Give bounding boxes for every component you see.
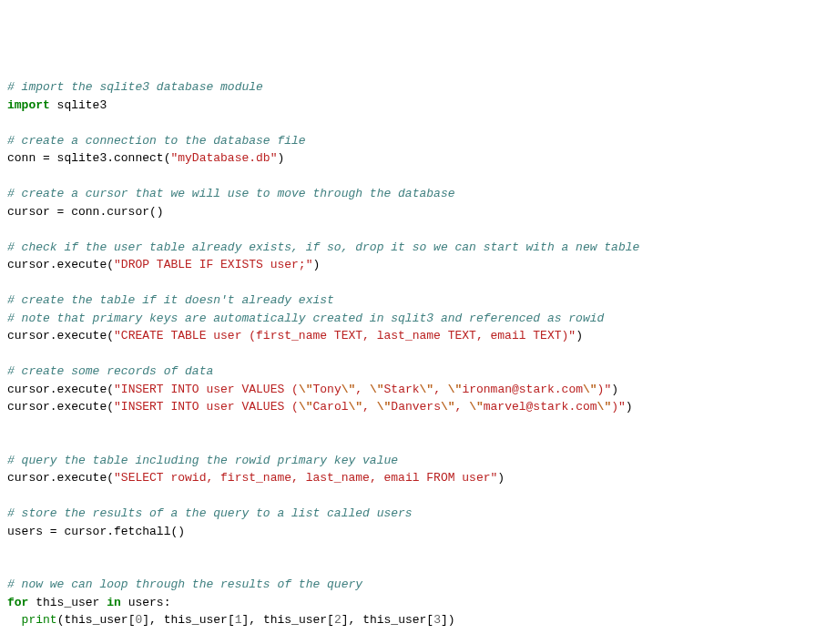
token-escape: \" <box>299 400 313 414</box>
token-name: users = cursor.fetchall() <box>7 525 185 538</box>
token-name: cursor.execute( <box>7 400 114 414</box>
token-escape: \" <box>583 383 597 396</box>
comment-text: # create a cursor that we will use to mo… <box>7 187 454 200</box>
code-line <box>7 274 822 292</box>
token-string: "CREATE TABLE user (first_name TEXT, las… <box>114 329 576 342</box>
token-escape: \" <box>448 383 463 396</box>
token-string: , <box>433 383 448 396</box>
code-line: print(this_user[0], this_user[1], this_u… <box>7 611 822 629</box>
token-number: 3 <box>433 613 441 627</box>
token-name: ]) <box>441 613 455 627</box>
token-string: Tony <box>312 383 341 396</box>
token-escape: \" <box>377 400 392 414</box>
code-line: # import the sqlite3 database module <box>7 78 822 97</box>
token-name: ) <box>277 151 284 165</box>
token-string: "myDatabase.db" <box>170 151 277 165</box>
token-string: "INSERT INTO user VALUES ( <box>114 400 299 414</box>
token-name: ], this_user[ <box>342 613 433 627</box>
code-line: import sqlite3 <box>7 97 822 115</box>
token-name: ) <box>497 471 505 485</box>
code-line <box>7 540 822 558</box>
code-line: cursor = conn.cursor() <box>7 203 822 221</box>
comment-text: # create a connection to the database fi… <box>7 134 306 148</box>
code-line <box>7 220 822 239</box>
code-line <box>7 345 822 363</box>
code-line: # query the table including the rowid pr… <box>7 452 822 470</box>
code-line <box>7 629 822 645</box>
token-escape: \" <box>370 383 384 396</box>
code-editor-view: # import the sqlite3 database moduleimpo… <box>7 78 822 644</box>
token-name <box>7 613 22 627</box>
token-string: marvel@stark.com <box>484 400 597 414</box>
token-string: "SELECT rowid, first_name, last_name, em… <box>114 471 497 485</box>
token-keyword: for <box>7 596 28 609</box>
token-string: "INSERT INTO user VALUES ( <box>114 383 299 396</box>
token-name: sqlite3 <box>50 98 107 112</box>
token-escape: \" <box>597 400 612 414</box>
code-line <box>7 168 822 186</box>
comment-text: # check if the user table already exists… <box>7 240 639 254</box>
token-name: cursor.execute( <box>7 258 114 271</box>
code-line <box>7 416 822 434</box>
comment-text: # note that primary keys are automatical… <box>7 312 604 325</box>
token-string: Danvers <box>391 400 441 414</box>
token-escape: \" <box>469 400 484 414</box>
token-name: ) <box>626 400 633 414</box>
comment-text: # create the table if it doesn't already… <box>7 293 334 307</box>
token-number: 2 <box>334 613 342 627</box>
token-name: cursor.execute( <box>7 471 114 485</box>
code-line: # create a connection to the database fi… <box>7 132 822 150</box>
code-line <box>7 558 822 577</box>
code-line: cursor.execute("SELECT rowid, first_name… <box>7 469 822 487</box>
token-name: ) <box>312 258 320 271</box>
comment-text: # query the table including the rowid pr… <box>7 454 398 467</box>
code-line: users = cursor.fetchall() <box>7 523 822 541</box>
token-keyword: import <box>7 98 50 112</box>
code-line: conn = sqlite3.connect("myDatabase.db") <box>7 149 822 168</box>
code-line <box>7 487 822 506</box>
token-string: "DROP TABLE IF EXISTS user;" <box>114 258 312 271</box>
token-escape: \" <box>349 400 363 414</box>
token-name: (this_user[ <box>57 613 136 627</box>
token-escape: \" <box>420 383 434 396</box>
code-line: # check if the user table already exists… <box>7 239 822 257</box>
comment-text: # store the results of a the query to a … <box>7 506 413 520</box>
code-line <box>7 434 822 452</box>
comment-text: # now we can loop through the results of… <box>7 578 362 591</box>
token-name: cursor = conn.cursor() <box>7 205 164 219</box>
token-string: )" <box>611 400 626 414</box>
token-name: ], this_user[ <box>242 613 334 627</box>
token-name: ) <box>576 329 583 342</box>
token-string: ironman@stark.com <box>462 383 583 396</box>
token-builtin: print <box>22 613 57 627</box>
token-name: conn = sqlite3.connect( <box>7 151 170 165</box>
token-string: Stark <box>384 383 420 396</box>
token-name: cursor.execute( <box>7 383 114 396</box>
code-line: # create a cursor that we will use to mo… <box>7 185 822 203</box>
code-line: cursor.execute("INSERT INTO user VALUES … <box>7 381 822 399</box>
token-string: Carol <box>312 400 348 414</box>
comment-text: # import the sqlite3 database module <box>7 80 263 94</box>
token-name: ], this_user[ <box>142 613 234 627</box>
code-line: # now we can loop through the results of… <box>7 576 822 594</box>
code-line: cursor.execute("INSERT INTO user VALUES … <box>7 398 822 416</box>
code-line: # create the table if it doesn't already… <box>7 291 822 310</box>
token-escape: \" <box>299 383 313 396</box>
code-line: # create some records of data <box>7 363 822 381</box>
token-string: )" <box>597 383 612 396</box>
token-string: , <box>455 400 470 414</box>
token-number: 1 <box>235 613 242 627</box>
token-escape: \" <box>441 400 455 414</box>
token-escape: \" <box>342 383 356 396</box>
code-line <box>7 114 822 132</box>
code-line: for this_user in users: <box>7 594 822 612</box>
comment-text: # create some records of data <box>7 364 213 378</box>
code-line: cursor.execute("CREATE TABLE user (first… <box>7 327 822 345</box>
token-string: , <box>362 400 377 414</box>
code-line: # store the results of a the query to a … <box>7 505 822 523</box>
code-line: # note that primary keys are automatical… <box>7 310 822 328</box>
token-string: , <box>355 383 370 396</box>
token-name: this_user <box>28 596 107 609</box>
code-line: cursor.execute("DROP TABLE IF EXISTS use… <box>7 256 822 274</box>
token-name: ) <box>611 383 618 396</box>
